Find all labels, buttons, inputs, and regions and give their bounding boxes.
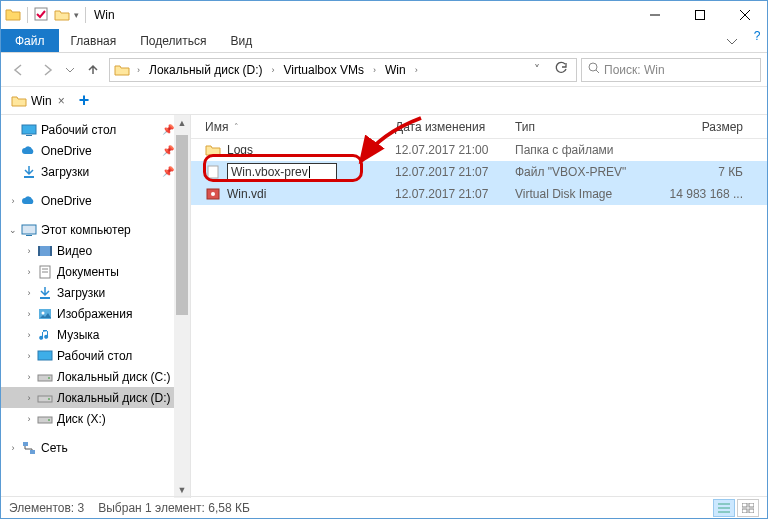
checkbox-icon[interactable]: [34, 7, 50, 23]
scroll-up-icon[interactable]: ▲: [174, 115, 190, 131]
col-name[interactable]: Имя˄: [199, 120, 389, 134]
search-input[interactable]: Поиск: Win: [581, 58, 761, 82]
tree-item-music[interactable]: ›Музыка: [1, 324, 190, 345]
refresh-button[interactable]: [548, 61, 574, 78]
tree-item-downloads[interactable]: Загрузки📌: [1, 161, 190, 182]
tree-item-desktop2[interactable]: ›Рабочий стол: [1, 345, 190, 366]
svg-rect-38: [742, 509, 747, 513]
tree-item-onedrive[interactable]: OneDrive📌: [1, 140, 190, 161]
tree-item-drive-c[interactable]: ›Локальный диск (С:): [1, 366, 190, 387]
file-row[interactable]: Win.vdi 12.07.2017 21:07 Virtual Disk Im…: [191, 183, 767, 205]
view-details-button[interactable]: [713, 499, 735, 517]
qat-dropdown[interactable]: ▾: [74, 10, 79, 20]
folder-small-icon[interactable]: [54, 7, 70, 23]
col-type[interactable]: Тип: [509, 120, 659, 134]
breadcrumb-item[interactable]: Локальный диск (D:): [145, 63, 267, 77]
status-bar: Элементов: 3 Выбран 1 элемент: 6,58 КБ: [1, 496, 767, 518]
address-dropdown[interactable]: ˅: [528, 63, 546, 77]
tab-home[interactable]: Главная: [59, 29, 129, 52]
tree-item-this-pc[interactable]: ⌄Этот компьютер: [1, 219, 190, 240]
rename-input[interactable]: Win.vbox-prev: [227, 163, 337, 181]
search-icon: [588, 62, 600, 77]
chevron-right-icon[interactable]: ›: [370, 65, 379, 75]
tree-item-network[interactable]: ›Сеть: [1, 437, 190, 458]
address-bar[interactable]: › Локальный диск (D:) › Virtualbox VMs ›…: [109, 58, 577, 82]
nav-back-button[interactable]: [7, 58, 31, 82]
status-selection: Выбран 1 элемент: 6,58 КБ: [98, 501, 250, 515]
sidebar-scrollbar[interactable]: ▲ ▼: [174, 115, 190, 498]
close-button[interactable]: [722, 1, 767, 29]
tab-share[interactable]: Поделиться: [128, 29, 218, 52]
minimize-button[interactable]: [632, 1, 677, 29]
file-row-folder[interactable]: Logs 12.07.2017 21:00 Папка с файлами: [191, 139, 767, 161]
expand-ribbon-button[interactable]: [717, 29, 747, 52]
music-icon: [37, 327, 53, 343]
desktop-icon: [21, 122, 37, 138]
svg-rect-36: [742, 503, 747, 507]
video-icon: [37, 243, 53, 259]
svg-rect-12: [38, 246, 52, 256]
tree-item-downloads2[interactable]: ›Загрузки: [1, 282, 190, 303]
svg-rect-18: [40, 297, 50, 299]
view-icons-button[interactable]: [737, 499, 759, 517]
cloud-icon: [21, 193, 37, 209]
svg-rect-11: [26, 235, 32, 236]
breadcrumb-item[interactable]: Win: [381, 63, 410, 77]
folder-icon: [5, 7, 21, 23]
folder-icon: [11, 93, 27, 109]
search-placeholder: Поиск: Win: [604, 63, 665, 77]
status-item-count: Элементов: 3: [9, 501, 84, 515]
network-icon: [21, 440, 37, 456]
tree-item-desktop[interactable]: Рабочий стол📌: [1, 119, 190, 140]
tree-item-pictures[interactable]: ›Изображения: [1, 303, 190, 324]
view-mode-buttons: [713, 499, 759, 517]
tree-item-drive-d[interactable]: ›Локальный диск (D:): [1, 387, 190, 408]
nav-history-dropdown[interactable]: [63, 58, 77, 82]
close-tab-icon[interactable]: ×: [58, 94, 65, 108]
drive-icon: [37, 390, 53, 406]
tree-item-videos[interactable]: ›Видео: [1, 240, 190, 261]
svg-point-27: [48, 419, 50, 421]
col-date[interactable]: Дата изменения: [389, 120, 509, 134]
file-type: Файл "VBOX-PREV": [509, 165, 659, 179]
breadcrumb-item[interactable]: Virtualbox VMs: [280, 63, 368, 77]
file-row-renaming[interactable]: Win.vbox-prev 12.07.2017 21:07 Файл "VBO…: [191, 161, 767, 183]
svg-rect-21: [38, 351, 52, 360]
svg-rect-9: [24, 176, 34, 178]
pin-icon: 📌: [162, 166, 174, 177]
navigation-tree: Рабочий стол📌 OneDrive📌 Загрузки📌 ›OneDr…: [1, 115, 191, 498]
column-headers: Имя˄ Дата изменения Тип Размер: [191, 115, 767, 139]
folder-tab-label: Win: [31, 94, 52, 108]
ribbon-tabs: Файл Главная Поделиться Вид ?: [1, 29, 767, 53]
nav-up-button[interactable]: [81, 58, 105, 82]
tree-item-onedrive-root[interactable]: ›OneDrive: [1, 190, 190, 211]
file-type: Папка с файлами: [509, 143, 659, 157]
main-pane: Рабочий стол📌 OneDrive📌 Загрузки📌 ›OneDr…: [1, 115, 767, 498]
svg-rect-14: [50, 246, 52, 256]
tab-view[interactable]: Вид: [218, 29, 264, 52]
file-size: 14 983 168 ...: [659, 187, 749, 201]
computer-icon: [21, 222, 37, 238]
scrollbar-thumb[interactable]: [176, 135, 188, 315]
svg-rect-29: [30, 450, 35, 454]
tab-file[interactable]: Файл: [1, 29, 59, 52]
folder-tab[interactable]: Win ×: [5, 91, 71, 111]
separator: [27, 7, 28, 23]
maximize-button[interactable]: [677, 1, 722, 29]
folder-tabstrip: Win × +: [1, 87, 767, 115]
col-size[interactable]: Размер: [659, 120, 749, 134]
drive-icon: [37, 411, 53, 427]
chevron-right-icon[interactable]: ›: [269, 65, 278, 75]
svg-point-25: [48, 398, 50, 400]
new-tab-button[interactable]: +: [79, 90, 90, 111]
nav-forward-button[interactable]: [35, 58, 59, 82]
tree-item-drive-x[interactable]: ›Диск (X:): [1, 408, 190, 429]
svg-point-23: [48, 377, 50, 379]
tree-item-documents[interactable]: ›Документы: [1, 261, 190, 282]
quick-access-toolbar: ▾: [5, 7, 88, 23]
chevron-right-icon[interactable]: ›: [412, 65, 421, 75]
chevron-right-icon[interactable]: ›: [134, 65, 143, 75]
help-button[interactable]: ?: [747, 29, 767, 52]
svg-rect-2: [695, 11, 704, 20]
svg-rect-0: [35, 8, 47, 20]
